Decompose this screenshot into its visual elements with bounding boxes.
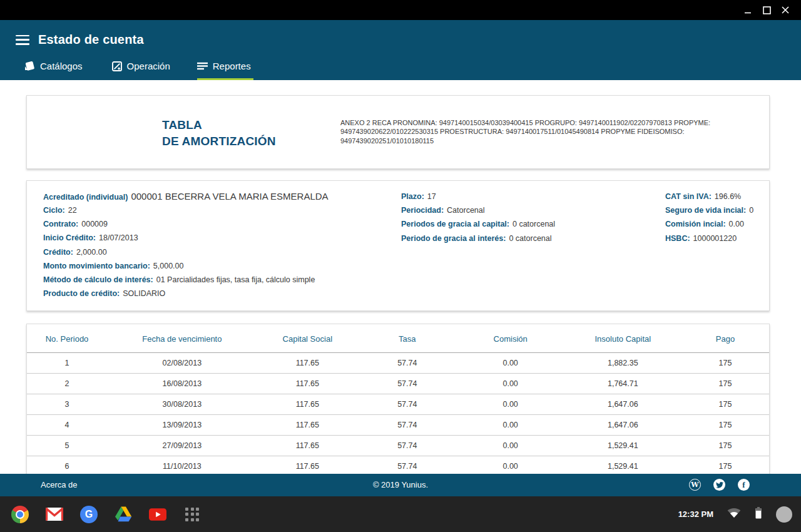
taskbar-apps: G — [11, 496, 201, 532]
tab-operacion[interactable]: Operación — [112, 61, 170, 80]
tab-label: Catálogos — [40, 61, 83, 71]
gmail-icon[interactable] — [46, 506, 63, 523]
detail-item: Seguro de vida incial:0 — [665, 206, 768, 215]
column-header: Fecha de vencimiento — [107, 324, 257, 353]
detail-item: Periocidad:Catorcenal — [401, 206, 651, 215]
report-header-card: TABLA DE AMORTIZACIÓN ANEXO 2 RECA PRONO… — [26, 95, 770, 169]
credit-details-card: Acreditado (individual)000001 BECERRA VE… — [26, 180, 770, 311]
google-icon[interactable]: G — [80, 506, 98, 523]
window-titlebar — [0, 0, 801, 20]
detail-item: Inicio Crédito:18/07/2013 — [43, 233, 394, 242]
details-left-column: Acreditado (individual)000001 BECERRA VE… — [43, 192, 394, 303]
detail-item: Periodos de gracia al capital:0 catorcen… — [401, 220, 651, 228]
battery-icon — [755, 507, 762, 521]
drive-icon[interactable] — [115, 506, 132, 523]
tab-reportes[interactable]: Reportes — [197, 61, 251, 80]
detail-item: Método de cálculo de interés:01 Parciali… — [43, 275, 394, 284]
details-right-column: CAT sin IVA:196.6% Seguro de vida incial… — [665, 192, 768, 248]
detail-item: Crédito:2,000.00 — [43, 248, 394, 257]
menu-icon[interactable] — [16, 35, 29, 45]
catalogs-icon — [24, 61, 35, 71]
maximize-button[interactable] — [757, 0, 776, 20]
app-header: Estado de cuenta Catálogos — [0, 20, 801, 80]
facebook-icon[interactable]: f — [738, 479, 750, 491]
anexo-text: ANEXO 2 RECA PRONOMINA: 9497140015034/03… — [340, 118, 747, 145]
wordpress-icon[interactable]: W — [689, 479, 701, 491]
tab-label: Operación — [127, 61, 170, 71]
table-row: 216/08/2013117.6557.740.001,764.71175 — [27, 374, 769, 394]
reports-icon — [197, 62, 208, 70]
detail-item: Acreditado (individual)000001 BECERRA VE… — [43, 192, 394, 202]
table-row: 102/08/2013117.6557.740.001,882.35175 — [27, 353, 769, 374]
column-header: Tasa — [358, 324, 457, 353]
minimize-button[interactable] — [738, 0, 757, 20]
about-link[interactable]: Acerca de — [41, 480, 78, 489]
details-middle-column: Plazo:17 Periocidad:Catorcenal Periodos … — [401, 192, 651, 248]
taskbar: G 12:32 PM — [0, 496, 801, 532]
social-links: W f — [689, 479, 750, 491]
screen: Estado de cuenta Catálogos — [0, 0, 801, 532]
tab-catalogos[interactable]: Catálogos — [24, 61, 83, 80]
twitter-icon[interactable] — [713, 479, 725, 491]
detail-item: Plazo:17 — [401, 192, 651, 201]
tab-label: Reportes — [213, 61, 251, 71]
column-header: Insoluto Capital — [564, 324, 681, 353]
app-footer: Acerca de © 2019 Yunius. W f — [0, 474, 801, 496]
apps-grid-icon[interactable] — [183, 506, 201, 523]
column-header: Comisión — [457, 324, 564, 353]
operation-icon — [112, 61, 122, 71]
wifi-icon — [727, 508, 741, 521]
detail-item: Contrato:000009 — [43, 220, 394, 228]
column-header: Capital Social — [257, 324, 358, 353]
table-header-row: No. Periodo Fecha de vencimiento Capital… — [27, 324, 769, 353]
table-row: 413/09/2013117.6557.740.001,647.06175 — [27, 415, 769, 436]
copyright-text: © 2019 Yunius. — [373, 480, 428, 489]
status-tray[interactable]: 12:32 PM — [678, 496, 792, 532]
detail-item: CAT sin IVA:196.6% — [665, 192, 768, 201]
clock: 12:32 PM — [678, 509, 713, 519]
account-avatar[interactable] — [776, 506, 792, 523]
nav-tabs: Catálogos Operación — [24, 61, 251, 80]
page-title: Estado de cuenta — [38, 33, 144, 47]
youtube-icon[interactable] — [149, 506, 166, 523]
detail-item: Producto de crédito:SOLIDARIO — [43, 289, 394, 298]
table-row: 527/09/2013117.6557.740.001,529.41175 — [27, 436, 769, 456]
detail-item: Comisión incial:0.00 — [665, 220, 768, 228]
column-header: Pago — [681, 324, 769, 353]
window-controls — [738, 0, 795, 20]
amortization-table: No. Periodo Fecha de vencimiento Capital… — [27, 324, 769, 477]
detail-item: HSBC:1000001220 — [665, 234, 768, 243]
chrome-icon[interactable] — [11, 506, 29, 523]
amortization-table-card: No. Periodo Fecha de vencimiento Capital… — [26, 324, 770, 499]
detail-item: Ciclo:22 — [43, 206, 394, 215]
table-row: 330/08/2013117.6557.740.001,647.06175 — [27, 394, 769, 415]
column-header: No. Periodo — [27, 324, 107, 353]
report-title: TABLA DE AMORTIZACIÓN — [162, 117, 276, 150]
detail-item: Periodo de gracia al interés:0 catorcena… — [401, 234, 651, 243]
close-button[interactable] — [776, 0, 795, 20]
detail-item: Monto movimiento bancario:5,000.00 — [43, 262, 394, 270]
